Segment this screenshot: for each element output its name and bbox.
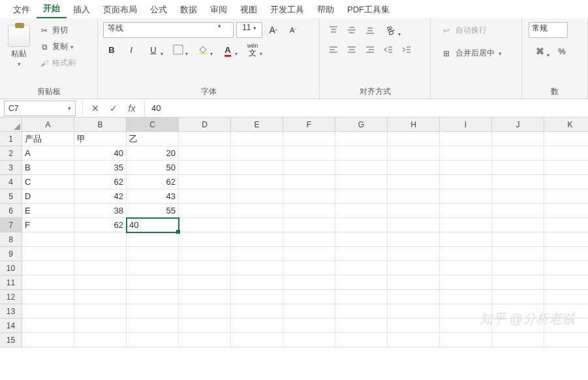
cell[interactable]: 产品 [22,132,74,146]
column-header[interactable]: F [283,118,335,132]
cell[interactable] [388,132,440,146]
cell[interactable] [335,146,388,161]
cell[interactable] [492,333,544,347]
cell[interactable] [335,290,388,304]
cell[interactable] [231,276,283,290]
align-right-button[interactable] [362,42,379,57]
row-header[interactable]: 1 [0,132,22,146]
row-header[interactable]: 8 [0,232,22,247]
cell[interactable] [492,247,544,261]
cell[interactable]: 20 [127,146,179,161]
cell[interactable] [231,304,283,319]
cell[interactable] [388,261,440,276]
cell[interactable] [388,161,440,175]
bold-button[interactable]: B [103,42,120,57]
cell[interactable] [544,146,588,161]
cell[interactable]: 40 [127,218,179,232]
cell[interactable] [231,204,283,218]
cell[interactable] [544,304,588,319]
cell[interactable] [388,175,440,189]
cell[interactable]: A [22,146,74,161]
row-header[interactable]: 7 [0,218,22,232]
paste-icon[interactable] [8,25,30,47]
cell[interactable]: C [22,175,74,189]
cell[interactable] [74,247,127,261]
copy-button[interactable]: ⧉ 复制 ▾ [37,40,78,54]
cell[interactable] [440,304,492,319]
cell[interactable] [179,304,231,319]
cell[interactable] [544,247,588,261]
cell[interactable] [74,261,127,276]
cell[interactable] [231,319,283,333]
cell[interactable] [179,146,231,161]
align-bottom-button[interactable] [362,22,379,38]
cell[interactable] [179,290,231,304]
cell[interactable] [544,218,588,232]
cell[interactable]: D [22,189,74,204]
cell[interactable] [283,261,335,276]
cell[interactable] [22,232,74,247]
cell[interactable] [388,218,440,232]
cell[interactable] [74,333,127,347]
increase-font-button[interactable]: A^ [265,22,282,38]
cell[interactable] [440,146,492,161]
number-format-select[interactable]: 常规 [529,22,568,38]
fill-color-button[interactable] [192,42,214,57]
orientation-button[interactable]: ab [380,22,402,38]
cell[interactable] [388,247,440,261]
cell[interactable] [335,276,388,290]
cell[interactable] [127,304,179,319]
cell[interactable]: F [22,218,74,232]
cell[interactable] [74,304,127,319]
cell[interactable]: 62 [74,218,127,232]
currency-button[interactable]: ⌘ [529,43,551,59]
cell[interactable] [179,276,231,290]
tab-layout[interactable]: 页面布局 [97,1,144,18]
cell[interactable] [440,319,492,333]
merge-center-button[interactable]: ⊞ 合并后居中 ▾ [437,45,515,61]
cell[interactable] [492,132,544,146]
cell[interactable]: E [22,204,74,218]
cell[interactable] [283,175,335,189]
cell[interactable] [544,261,588,276]
cell[interactable]: 38 [74,204,127,218]
cell[interactable] [544,290,588,304]
insert-function-button[interactable]: fx [126,103,138,114]
cell[interactable] [492,290,544,304]
cell[interactable]: 43 [127,189,179,204]
cell[interactable] [388,189,440,204]
cell[interactable] [22,290,74,304]
row-header[interactable]: 11 [0,276,22,290]
column-header[interactable]: H [388,118,440,132]
row-header[interactable]: 15 [0,333,22,347]
decrease-font-button[interactable]: Aˇ [285,22,302,38]
cell[interactable]: 35 [74,161,127,175]
cell[interactable] [388,232,440,247]
cell[interactable] [388,146,440,161]
cell[interactable] [179,232,231,247]
cell[interactable] [335,175,388,189]
cell[interactable] [440,232,492,247]
cell[interactable] [231,146,283,161]
row-header[interactable]: 14 [0,319,22,333]
cell[interactable] [22,304,74,319]
cell[interactable] [231,189,283,204]
align-middle-button[interactable] [343,22,360,38]
column-header[interactable]: I [440,118,492,132]
cell[interactable] [440,132,492,146]
cell[interactable] [335,132,388,146]
cell[interactable] [127,276,179,290]
cell[interactable] [440,175,492,189]
cell[interactable]: 62 [127,175,179,189]
cell[interactable]: 42 [74,189,127,204]
column-header[interactable]: G [335,118,388,132]
cell[interactable] [179,189,231,204]
cell[interactable] [74,290,127,304]
format-painter-button[interactable]: 🖌 格式刷 [37,56,78,70]
cell[interactable] [74,232,127,247]
cell[interactable] [388,319,440,333]
column-header[interactable]: D [179,118,231,132]
cell[interactable] [231,290,283,304]
cell[interactable] [179,161,231,175]
cell[interactable] [22,247,74,261]
